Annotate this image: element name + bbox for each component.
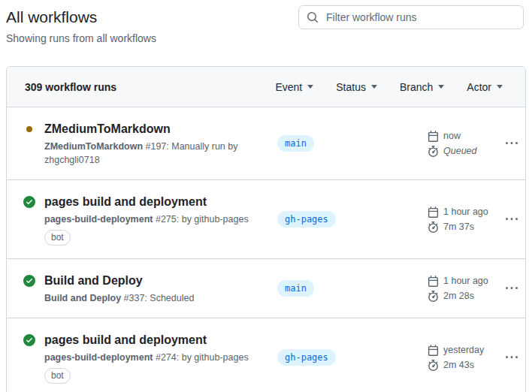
status-filter-label: Status [336, 81, 366, 93]
status-filter-dropdown[interactable]: Status [336, 81, 377, 93]
bot-badge: bot [44, 368, 71, 384]
chevron-down-icon [438, 85, 444, 89]
chevron-down-icon [307, 85, 313, 89]
run-summary: Build and Deploy Build and Deploy #337: … [23, 272, 277, 305]
branch-badge[interactable]: main [277, 280, 314, 297]
kebab-horizontal-icon [506, 137, 518, 149]
calendar-icon [428, 207, 439, 218]
calendar-icon [428, 276, 439, 287]
stopwatch-icon [428, 291, 439, 302]
run-detail: #337: Scheduled [121, 293, 194, 303]
time-column: yesterday 2m 43s [428, 345, 503, 371]
chevron-down-icon [497, 85, 503, 89]
duration-label: 7m 37s [443, 222, 474, 232]
table-header: 309 workflow runs Event Status Branch Ac… [7, 67, 525, 107]
run-title-link[interactable]: pages build and deployment [44, 331, 207, 349]
run-options-kebab-button[interactable] [503, 134, 521, 152]
kebab-horizontal-icon [506, 351, 518, 363]
branch-filter-dropdown[interactable]: Branch [400, 81, 444, 93]
actor-filter-label: Actor [467, 81, 491, 93]
run-info: pages build and deployment pages-build-d… [44, 331, 277, 384]
time-label: now [443, 131, 461, 141]
filter-workflow-runs-input[interactable] [325, 11, 515, 24]
workflow-name: pages-build-deployment [44, 214, 153, 225]
time-label: 1 hour ago [443, 276, 488, 286]
workflow-name: ZMediumToMarkdown [44, 141, 143, 152]
workflow-run-row[interactable]: Build and Deploy Build and Deploy #337: … [7, 259, 525, 318]
status-success-check-icon [23, 275, 35, 287]
run-duration: Queued [428, 146, 503, 157]
branch-badge[interactable]: main [277, 135, 314, 152]
time-column: 1 hour ago 2m 28s [428, 276, 503, 302]
branch-badge[interactable]: gh-pages [277, 211, 336, 228]
run-info: Build and Deploy Build and Deploy #337: … [44, 272, 277, 305]
run-summary: pages build and deployment pages-build-d… [23, 331, 277, 384]
workflow-name: Build and Deploy [44, 293, 121, 303]
workflow-filter-searchbox[interactable] [298, 5, 524, 29]
time-column: 1 hour ago 7m 37s [428, 207, 503, 233]
chevron-down-icon [371, 85, 377, 89]
search-icon [307, 11, 319, 23]
calendar-icon [428, 131, 439, 142]
kebab-horizontal-icon [506, 282, 518, 294]
branch-column: main [277, 280, 428, 297]
actor-filter-dropdown[interactable]: Actor [467, 81, 503, 93]
filter-bar: Event Status Branch Actor [275, 81, 503, 93]
duration-label: 2m 43s [443, 360, 474, 370]
time-column: now Queued [428, 131, 503, 157]
run-options-kebab-button[interactable] [503, 279, 521, 297]
run-duration: 2m 28s [428, 291, 503, 302]
workflow-run-row[interactable]: pages build and deployment pages-build-d… [7, 180, 525, 259]
time-label: 1 hour ago [443, 207, 488, 217]
run-detail: #274: by github-pages [153, 352, 248, 363]
time-label: yesterday [443, 345, 484, 355]
run-options-kebab-button[interactable] [503, 348, 521, 366]
run-subtitle: ZMediumToMarkdown #197: Manually run by … [44, 140, 262, 167]
run-started-time: 1 hour ago [428, 207, 503, 218]
duration-label: 2m 28s [443, 291, 474, 301]
run-summary: ZMediumToMarkdown ZMediumToMarkdown #197… [23, 120, 277, 167]
run-detail: #275: by github-pages [153, 214, 248, 225]
branch-column: main [277, 135, 428, 152]
stopwatch-icon [428, 360, 439, 371]
run-title-link[interactable]: Build and Deploy [44, 272, 143, 290]
run-subtitle: pages-build-deployment #275: by github-p… [44, 213, 262, 226]
run-info: ZMediumToMarkdown ZMediumToMarkdown #197… [44, 120, 277, 167]
page-header: All workflows Showing runs from all work… [0, 0, 532, 47]
duration-label: Queued [443, 146, 476, 156]
stopwatch-icon [428, 146, 439, 157]
branch-column: gh-pages [277, 211, 428, 228]
page-subtitle: Showing runs from all workflows [6, 31, 524, 46]
status-success-check-icon [23, 196, 35, 208]
kebab-horizontal-icon [506, 213, 518, 225]
status-queued-dot-icon [23, 123, 35, 135]
status-success-check-icon [23, 334, 35, 346]
run-duration: 2m 43s [428, 360, 503, 371]
run-started-time: now [428, 131, 503, 142]
workflow-runs-table: 309 workflow runs Event Status Branch Ac… [6, 66, 526, 392]
run-title-link[interactable]: pages build and deployment [44, 193, 207, 211]
run-started-time: 1 hour ago [428, 276, 503, 287]
workflow-run-count: 309 workflow runs [25, 81, 116, 93]
event-filter-label: Event [275, 81, 302, 93]
run-info: pages build and deployment pages-build-d… [44, 193, 277, 246]
workflow-name: pages-build-deployment [44, 352, 153, 363]
run-title-link[interactable]: ZMediumToMarkdown [44, 120, 171, 138]
calendar-icon [428, 345, 439, 356]
stopwatch-icon [428, 222, 439, 233]
event-filter-dropdown[interactable]: Event [275, 81, 313, 93]
run-options-kebab-button[interactable] [503, 210, 521, 228]
bot-badge: bot [44, 230, 71, 246]
workflow-run-row[interactable]: ZMediumToMarkdown ZMediumToMarkdown #197… [7, 107, 525, 180]
branch-filter-label: Branch [400, 81, 433, 93]
branch-badge[interactable]: gh-pages [277, 349, 336, 366]
run-started-time: yesterday [428, 345, 503, 356]
run-subtitle: pages-build-deployment #274: by github-p… [44, 351, 262, 364]
run-summary: pages build and deployment pages-build-d… [23, 193, 277, 246]
run-duration: 7m 37s [428, 222, 503, 233]
branch-column: gh-pages [277, 349, 428, 366]
workflow-run-row[interactable]: pages build and deployment pages-build-d… [7, 318, 525, 392]
run-subtitle: Build and Deploy #337: Scheduled [44, 291, 262, 305]
